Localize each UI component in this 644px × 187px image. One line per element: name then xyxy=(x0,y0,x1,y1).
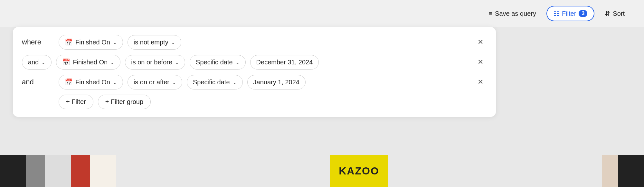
date-type-label-2: Specific date xyxy=(196,59,233,66)
book-cover-5 xyxy=(90,155,116,187)
filter-label: Filter xyxy=(562,10,576,17)
chevron-down-icon-cond-2: ⌄ xyxy=(175,59,179,65)
filter-badge: 3 xyxy=(579,10,587,17)
chevron-down-icon-type-3: ⌄ xyxy=(232,79,237,85)
sort-icon: ⇵ xyxy=(605,10,610,17)
date-value-label-3: January 1, 2024 xyxy=(253,79,299,86)
date-value-button-3[interactable]: January 1, 2024 xyxy=(247,75,306,89)
add-filter-button[interactable]: + Filter xyxy=(59,95,93,109)
connector-dropdown-2[interactable]: and ⌄ xyxy=(22,55,52,70)
add-filter-group-label: + Filter group xyxy=(105,98,143,106)
chevron-down-icon-conn-2: ⌄ xyxy=(41,59,45,65)
filter-row-2: and ⌄ 📅 Finished On ⌄ is on or before ⌄ … xyxy=(22,55,487,70)
field-label-2: Finished On xyxy=(73,59,108,66)
book-cover-1 xyxy=(0,155,26,187)
book-cover-2 xyxy=(26,155,45,187)
calendar-icon-1: 📅 xyxy=(65,38,73,46)
condition-dropdown-1[interactable]: is not empty ⌄ xyxy=(128,35,181,50)
book-cover-last xyxy=(602,155,618,187)
filter-button[interactable]: ☷ Filter 3 xyxy=(546,6,594,21)
condition-label-3: is on or after xyxy=(134,79,169,86)
bottom-strip: KAZOO xyxy=(0,152,644,187)
connector-label-3: and xyxy=(22,78,54,86)
field-dropdown-2[interactable]: 📅 Finished On ⌄ xyxy=(56,55,120,70)
date-type-dropdown-3[interactable]: Specific date ⌄ xyxy=(187,75,243,89)
add-filter-label: + Filter xyxy=(66,98,86,106)
condition-label-1: is not empty xyxy=(134,39,168,46)
chevron-down-icon-2: ⌄ xyxy=(110,59,114,65)
book-cover-end xyxy=(618,155,644,187)
connector-label-2: and xyxy=(28,59,39,66)
chevron-down-icon-cond-1: ⌄ xyxy=(171,39,175,45)
remove-filter-1-button[interactable]: ✕ xyxy=(474,36,487,49)
save-query-label: Save as query xyxy=(495,10,536,17)
calendar-icon-3: 📅 xyxy=(65,78,73,86)
field-dropdown-1[interactable]: 📅 Finished On ⌄ xyxy=(59,35,123,50)
condition-dropdown-3[interactable]: is on or after ⌄ xyxy=(128,75,182,89)
toolbar: ≡ Save as query ☷ Filter 3 ⇵ Sort xyxy=(0,0,644,27)
remove-filter-3-button[interactable]: ✕ xyxy=(474,76,487,89)
book-cover-3 xyxy=(45,155,71,187)
sort-button[interactable]: ⇵ Sort xyxy=(598,6,631,21)
save-query-icon: ≡ xyxy=(488,10,492,17)
kazoo-cover: KAZOO xyxy=(330,155,388,187)
field-label-1: Finished On xyxy=(75,39,110,46)
calendar-icon-2: 📅 xyxy=(62,58,70,66)
field-dropdown-3[interactable]: 📅 Finished On ⌄ xyxy=(59,75,123,89)
action-row: + Filter + Filter group xyxy=(59,95,487,109)
date-value-button-2[interactable]: December 31, 2024 xyxy=(250,55,319,70)
chevron-down-icon-type-2: ⌄ xyxy=(235,59,240,65)
filter-row-3: and 📅 Finished On ⌄ is on or after ⌄ Spe… xyxy=(22,75,487,89)
save-as-query-button[interactable]: ≡ Save as query xyxy=(482,7,543,21)
date-type-dropdown-2[interactable]: Specific date ⌄ xyxy=(190,55,246,70)
chevron-down-icon-cond-3: ⌄ xyxy=(172,79,176,85)
sort-label: Sort xyxy=(613,10,625,17)
book-cover-4 xyxy=(71,155,90,187)
filter-panel: where 📅 Finished On ⌄ is not empty ⌄ ✕ a… xyxy=(13,27,496,117)
remove-filter-2-button[interactable]: ✕ xyxy=(474,56,487,69)
connector-label-1: where xyxy=(22,38,54,46)
condition-dropdown-2[interactable]: is on or before ⌄ xyxy=(125,55,185,70)
filter-row-1: where 📅 Finished On ⌄ is not empty ⌄ ✕ xyxy=(22,35,487,50)
date-value-label-2: December 31, 2024 xyxy=(256,59,313,66)
date-type-label-3: Specific date xyxy=(193,79,230,86)
field-label-3: Finished On xyxy=(75,79,110,86)
chevron-down-icon-3: ⌄ xyxy=(113,79,117,85)
condition-label-2: is on or before xyxy=(131,59,172,66)
chevron-down-icon-1: ⌄ xyxy=(113,39,117,45)
add-filter-group-button[interactable]: + Filter group xyxy=(98,95,151,109)
filter-icon: ☷ xyxy=(554,10,559,17)
